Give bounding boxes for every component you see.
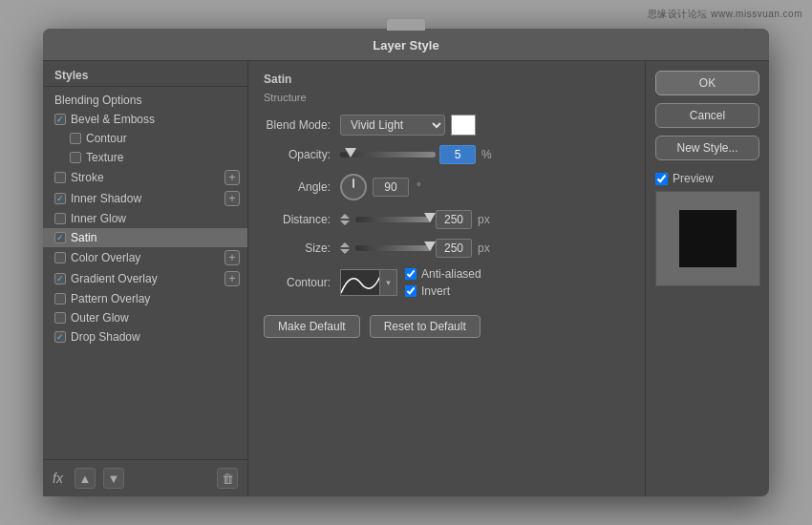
sidebar-item-label: Drop Shadow bbox=[71, 330, 140, 344]
center-panel: Satin Structure Blend Mode: Vivid Light … bbox=[248, 61, 645, 496]
invert-checkbox[interactable] bbox=[405, 285, 417, 297]
color-overlay-add-button[interactable]: + bbox=[224, 250, 240, 265]
move-up-button[interactable]: ▲ bbox=[75, 468, 96, 489]
inner-shadow-add-button[interactable]: + bbox=[224, 191, 240, 206]
pattern-overlay-checkbox[interactable] bbox=[54, 293, 66, 304]
inner-glow-checkbox[interactable] bbox=[54, 213, 66, 224]
sidebar-item-inner-shadow[interactable]: Inner Shadow + bbox=[43, 188, 247, 209]
satin-checkbox[interactable] bbox=[54, 232, 66, 243]
distance-slider-thumb bbox=[424, 213, 436, 222]
invert-text: Invert bbox=[421, 284, 450, 298]
distance-up-arrow[interactable] bbox=[340, 214, 350, 219]
sidebar-item-blending-options[interactable]: Blending Options bbox=[43, 91, 247, 110]
new-style-button[interactable]: New Style... bbox=[655, 136, 759, 160]
stroke-checkbox[interactable] bbox=[54, 172, 66, 183]
sidebar-item-contour[interactable]: Contour bbox=[43, 129, 247, 148]
sidebar-item-label: Pattern Overlay bbox=[71, 292, 150, 305]
sidebar-item-texture[interactable]: Texture bbox=[43, 148, 247, 167]
sidebar-item-label: Satin bbox=[71, 231, 96, 244]
drop-shadow-checkbox[interactable] bbox=[54, 331, 66, 343]
sidebar-item-gradient-overlay[interactable]: Gradient Overlay + bbox=[43, 268, 247, 289]
size-label: Size: bbox=[264, 242, 340, 255]
preview-section: Preview bbox=[655, 172, 759, 286]
sidebar-item-label: Gradient Overlay bbox=[71, 272, 158, 285]
sidebar-item-label: Texture bbox=[86, 151, 123, 164]
blend-mode-row: Blend Mode: Vivid Light Normal Multiply … bbox=[264, 115, 630, 136]
blend-color-swatch[interactable] bbox=[451, 115, 476, 136]
texture-checkbox[interactable] bbox=[70, 152, 81, 163]
left-panel-footer: fx ▲ ▼ 🗑 bbox=[43, 459, 247, 496]
sidebar-item-drop-shadow[interactable]: Drop Shadow bbox=[43, 327, 247, 346]
sidebar-item-label: Outer Glow bbox=[71, 311, 129, 325]
anti-aliased-checkbox[interactable] bbox=[405, 268, 417, 280]
sidebar-item-stroke[interactable]: Stroke + bbox=[43, 167, 247, 188]
contour-row: Contour: ▼ Anti-aliased bbox=[264, 267, 630, 298]
bevel-emboss-checkbox[interactable] bbox=[54, 114, 66, 125]
size-input[interactable] bbox=[436, 239, 472, 258]
size-slider[interactable] bbox=[355, 245, 432, 251]
stroke-add-button[interactable]: + bbox=[224, 170, 240, 185]
sidebar-item-inner-glow[interactable]: Inner Glow bbox=[43, 209, 247, 228]
size-slider-thumb bbox=[424, 242, 436, 251]
sidebar-item-label: Inner Glow bbox=[71, 212, 126, 225]
angle-input[interactable] bbox=[373, 178, 409, 197]
gradient-overlay-add-button[interactable]: + bbox=[224, 271, 240, 286]
contour-label: Contour: bbox=[264, 276, 340, 289]
opacity-slider[interactable] bbox=[340, 152, 436, 158]
styles-header: Styles bbox=[43, 61, 247, 87]
sidebar-item-bevel-emboss[interactable]: Bevel & Emboss bbox=[43, 110, 247, 129]
distance-input[interactable] bbox=[436, 210, 472, 229]
sidebar-item-label: Contour bbox=[86, 132, 127, 145]
angle-dial[interactable] bbox=[340, 174, 367, 200]
distance-down-arrow[interactable] bbox=[340, 220, 350, 225]
distance-slider[interactable] bbox=[355, 217, 432, 222]
reset-to-default-button[interactable]: Reset to Default bbox=[370, 315, 481, 338]
angle-unit: ° bbox=[417, 180, 421, 194]
size-up-arrow[interactable] bbox=[340, 242, 350, 247]
opacity-input[interactable] bbox=[439, 145, 476, 164]
sidebar-item-satin[interactable]: Satin bbox=[43, 228, 247, 247]
sidebar-item-label: Color Overlay bbox=[71, 251, 140, 264]
delete-button[interactable]: 🗑 bbox=[217, 468, 238, 489]
contour-dropdown[interactable]: ▼ bbox=[380, 269, 397, 296]
preview-text: Preview bbox=[673, 172, 714, 185]
title-text: Layer Style bbox=[373, 38, 438, 52]
dialog-title: Layer Style bbox=[43, 29, 769, 61]
color-overlay-checkbox[interactable] bbox=[54, 252, 66, 263]
sidebar-item-pattern-overlay[interactable]: Pattern Overlay bbox=[43, 289, 247, 308]
preview-label: Preview bbox=[655, 172, 759, 185]
make-default-button[interactable]: Make Default bbox=[264, 315, 360, 338]
sidebar-item-label: Inner Shadow bbox=[71, 192, 141, 205]
sidebar-item-color-overlay[interactable]: Color Overlay + bbox=[43, 247, 247, 268]
move-down-button[interactable]: ▼ bbox=[103, 468, 124, 489]
cancel-button[interactable]: Cancel bbox=[655, 103, 759, 128]
distance-label: Distance: bbox=[264, 213, 340, 226]
blend-mode-select[interactable]: Vivid Light Normal Multiply Screen Overl… bbox=[340, 115, 445, 136]
gradient-overlay-checkbox[interactable] bbox=[54, 273, 66, 284]
preview-square bbox=[679, 210, 737, 267]
outer-glow-checkbox[interactable] bbox=[54, 312, 66, 324]
anti-aliased-label[interactable]: Anti-aliased bbox=[405, 267, 481, 281]
anti-aliased-text: Anti-aliased bbox=[421, 267, 481, 281]
ok-button[interactable]: OK bbox=[655, 71, 759, 95]
sub-title: Structure bbox=[264, 92, 630, 103]
right-panel: OK Cancel New Style... Preview bbox=[645, 61, 769, 496]
section-title: Satin bbox=[264, 73, 630, 86]
contour-preview[interactable] bbox=[340, 269, 380, 296]
watermark: 思缘设计论坛 www.missvuan.com bbox=[648, 8, 802, 21]
size-row: Size: px bbox=[264, 239, 630, 258]
contour-checkbox[interactable] bbox=[70, 133, 81, 144]
opacity-unit: % bbox=[481, 148, 492, 161]
fx-label: fx bbox=[53, 471, 63, 486]
inner-shadow-checkbox[interactable] bbox=[54, 193, 66, 204]
invert-label[interactable]: Invert bbox=[405, 284, 481, 298]
sidebar-item-label: Blending Options bbox=[54, 94, 141, 107]
opacity-slider-thumb bbox=[345, 148, 356, 158]
sidebar-item-outer-glow[interactable]: Outer Glow bbox=[43, 308, 247, 327]
angle-row: Angle: ° bbox=[264, 174, 630, 200]
size-down-arrow[interactable] bbox=[340, 249, 350, 254]
left-panel: Styles Blending Options Bevel & Emboss bbox=[43, 61, 248, 496]
preview-canvas bbox=[655, 191, 760, 286]
preview-checkbox[interactable] bbox=[655, 173, 668, 185]
layer-style-dialog: Layer Style Styles Blending Options Beve… bbox=[43, 29, 769, 496]
